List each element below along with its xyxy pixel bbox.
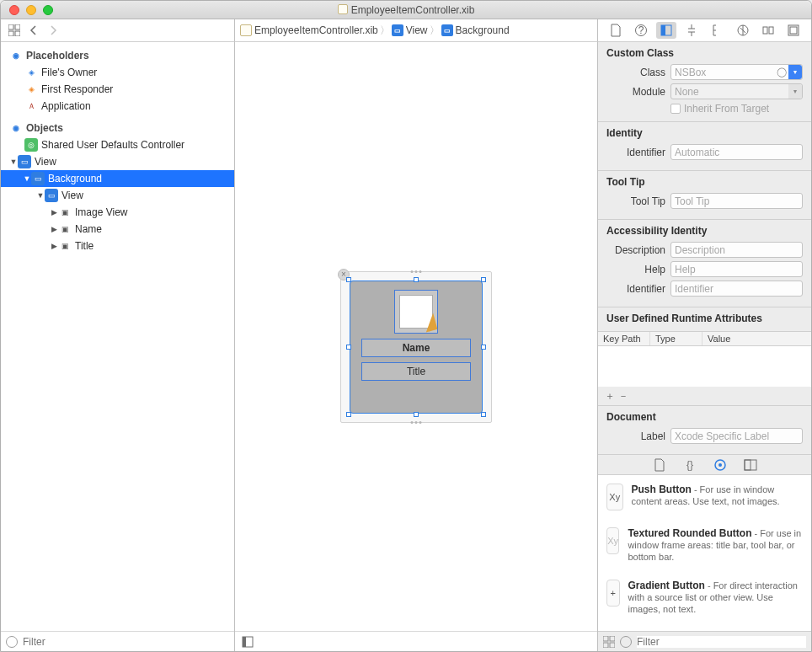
svg-rect-0: [8, 24, 13, 29]
disclosure-triangle-icon[interactable]: ▼: [36, 191, 45, 200]
code-snippet-tab[interactable]: {}: [682, 457, 697, 473]
related-items-button[interactable]: [8, 24, 20, 37]
resize-handle[interactable]: [481, 412, 486, 417]
filter-scope-button[interactable]: [6, 636, 18, 648]
disclosure-triangle-icon[interactable]: ▶: [50, 208, 58, 216]
resize-handle[interactable]: [346, 345, 351, 350]
resize-handle[interactable]: [346, 412, 351, 417]
breadcrumb[interactable]: EmployeeItemController.xib 〉 ▭ View 〉 ▭ …: [235, 19, 597, 42]
col-keypath[interactable]: Key Path: [598, 332, 650, 345]
disclosure-triangle-icon[interactable]: ▼: [23, 174, 31, 183]
title-field[interactable]: Title: [361, 362, 471, 381]
attributes-inspector-tab[interactable]: [681, 22, 702, 39]
background-item[interactable]: ▼▭Background: [1, 170, 234, 187]
library-item-text: Push Button - For use in window content …: [632, 484, 804, 510]
outline-filter-input[interactable]: [23, 636, 229, 648]
resize-handle[interactable]: [481, 277, 486, 282]
add-button[interactable]: ＋: [605, 390, 615, 402]
media-library-tab[interactable]: [743, 457, 758, 473]
identity-inspector-tab[interactable]: [656, 22, 676, 39]
filter-scope-button[interactable]: [620, 636, 632, 648]
toolbar: EmployeeItemController.xib 〉 ▭ View 〉 ▭ …: [1, 19, 811, 42]
ax-description-field[interactable]: Description: [670, 242, 803, 258]
inherit-checkbox-row[interactable]: Inherit From Target: [670, 103, 803, 115]
resize-handle[interactable]: [414, 277, 419, 282]
class-field[interactable]: NSBox◯▾: [670, 64, 803, 80]
library-item[interactable]: Xy Textured Rounded Button - For use in …: [598, 519, 811, 571]
panel-heading: Identity: [606, 127, 803, 139]
library-view-mode-button[interactable]: [603, 636, 615, 648]
crumb-view[interactable]: View: [406, 24, 428, 36]
tooltip-field[interactable]: Tool Tip: [670, 193, 803, 209]
library-item-text: Textured Rounded Button - For use in win…: [628, 527, 803, 563]
dropdown-icon[interactable]: ▾: [788, 65, 802, 79]
view-root-item[interactable]: ▼▭View: [1, 153, 234, 170]
svg-rect-12: [790, 27, 797, 34]
first-responder-item[interactable]: ◈First Responder: [1, 81, 234, 98]
doc-label-field[interactable]: Xcode Specific Label: [670, 428, 803, 444]
resize-handle[interactable]: [481, 345, 486, 350]
module-label: Module: [606, 86, 665, 98]
ax-help-field[interactable]: Help: [670, 261, 803, 277]
resize-handle[interactable]: [414, 412, 419, 417]
selected-background-box[interactable]: Name Title: [350, 281, 483, 414]
resize-handle[interactable]: [346, 277, 351, 282]
quick-help-tab[interactable]: ?: [631, 22, 651, 39]
placeholders-header[interactable]: ◉Placeholders: [1, 47, 234, 64]
name-item[interactable]: ▶▣Name: [1, 221, 234, 238]
inner-view-item[interactable]: ▼▭View: [1, 187, 234, 204]
remove-button[interactable]: －: [618, 390, 628, 402]
library-filter-bar: [598, 631, 811, 651]
library-item-text: Gradient Button - For direct interaction…: [628, 580, 803, 615]
objects-icon: ◉: [9, 121, 23, 135]
file-template-tab[interactable]: [652, 457, 667, 473]
ax-identifier-field[interactable]: Identifier: [670, 281, 803, 297]
disclosure-triangle-icon[interactable]: ▶: [50, 242, 58, 250]
disclosure-triangle-icon[interactable]: ▶: [50, 225, 58, 233]
clear-icon[interactable]: ◯: [777, 67, 787, 77]
svg-text:{}: {}: [686, 459, 692, 471]
disclosure-triangle-icon[interactable]: ▼: [9, 158, 18, 166]
connections-inspector-tab[interactable]: [733, 22, 753, 39]
size-inspector-tab[interactable]: [708, 22, 728, 39]
title-item[interactable]: ▶▣Title: [1, 238, 234, 254]
nav-back-button[interactable]: [27, 24, 40, 37]
object-library-tab[interactable]: [713, 457, 728, 473]
name-field[interactable]: Name: [361, 339, 471, 357]
design-view[interactable]: × Name Title: [340, 271, 492, 423]
ax-help-label: Help: [606, 264, 665, 275]
identifier-field[interactable]: Automatic: [670, 144, 803, 160]
nav-forward-button[interactable]: [46, 24, 59, 37]
files-owner-item[interactable]: ◈File's Owner: [1, 64, 234, 81]
svg-text:?: ?: [638, 24, 644, 36]
module-field[interactable]: None▾: [670, 83, 803, 99]
controller-icon: ◎: [24, 138, 38, 152]
canvas-layout-icon[interactable]: [242, 636, 254, 648]
cube-icon: ◈: [24, 66, 38, 79]
objects-header[interactable]: ◉Objects: [1, 120, 234, 136]
checkbox-icon[interactable]: [670, 104, 681, 114]
library-filter-input[interactable]: [637, 636, 806, 648]
col-type[interactable]: Type: [650, 332, 702, 345]
dropdown-icon[interactable]: ▾: [788, 84, 802, 99]
outline-tree[interactable]: ◉Placeholders ◈File's Owner ◈First Respo…: [1, 42, 234, 631]
col-value[interactable]: Value: [702, 332, 811, 345]
bindings-inspector-tab[interactable]: [758, 22, 778, 39]
library-item[interactable]: Xy Push Button - For use in window conte…: [598, 475, 811, 519]
image-view-item[interactable]: ▶▣Image View: [1, 204, 234, 221]
file-inspector-tab[interactable]: [606, 22, 626, 39]
application-item[interactable]: ＡApplication: [1, 98, 234, 115]
view-icon: ▭: [45, 189, 58, 202]
tooltip-label: Tool Tip: [606, 195, 665, 207]
crumb-background[interactable]: Background: [456, 24, 510, 36]
crumb-separator-icon: 〉: [380, 24, 390, 38]
object-library[interactable]: Xy Push Button - For use in window conte…: [598, 475, 811, 631]
image-view-well[interactable]: [394, 290, 438, 334]
udra-table-body[interactable]: [598, 346, 811, 387]
library-item[interactable]: + Gradient Button - For direct interacti…: [598, 571, 811, 623]
effects-inspector-tab[interactable]: [783, 22, 804, 39]
crumb-file[interactable]: EmployeeItemController.xib: [254, 24, 378, 36]
sudc-item[interactable]: ◎Shared User Defaults Controller: [1, 136, 234, 153]
ib-canvas[interactable]: × Name Title: [235, 42, 597, 651]
svg-rect-20: [603, 636, 608, 641]
